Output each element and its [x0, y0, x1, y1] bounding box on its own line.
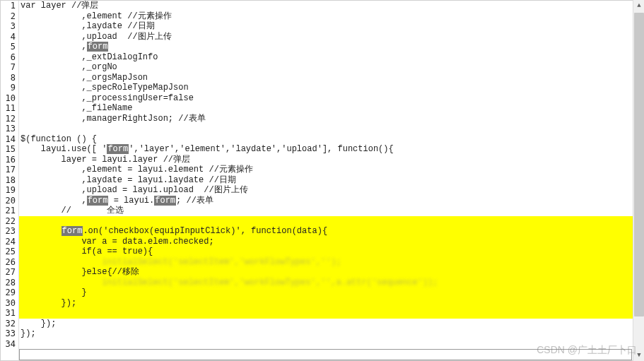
code-line[interactable]: initialSelect('selectItem','workFlowType…: [19, 278, 643, 288]
code-text: // 全选: [21, 206, 124, 215]
code-text: ,upload //图片上传: [21, 32, 172, 42]
code-text: initialSelect('selectItem','workFlowType…: [102, 278, 438, 288]
line-number: 18: [1, 175, 16, 186]
line-number: 16: [1, 155, 16, 165]
line-number: 13: [1, 124, 16, 134]
search-match: form: [87, 42, 109, 52]
line-number: 10: [1, 93, 16, 104]
code-line[interactable]: });: [19, 298, 643, 309]
line-number: 21: [1, 206, 16, 216]
code-line[interactable]: ,_fileName: [19, 103, 643, 114]
code-line[interactable]: $(function () {: [19, 134, 643, 145]
line-gutter: 1234567891011121314151617181920212223242…: [1, 1, 19, 360]
code-text: initialSelect('selectItem','workFlowType…: [102, 257, 341, 267]
code-text: layer = layui.layer //弹层: [21, 155, 190, 165]
code-text: ,laydate //日期: [21, 21, 155, 31]
code-text: ,_orgsMapJson: [21, 73, 148, 83]
code-line[interactable]: ,_orgsMapJson: [19, 73, 643, 83]
line-number: 20: [1, 196, 16, 206]
code-text: .on('checkbox(equipInputClick)', functio…: [83, 226, 327, 236]
code-line[interactable]: ,upload //图片上传: [19, 32, 643, 42]
code-line[interactable]: ,_orgNo: [19, 62, 643, 73]
code-line[interactable]: ,form: [19, 42, 643, 52]
code-area[interactable]: var layer //弹层 ,element //元素操作 ,laydate …: [19, 1, 643, 360]
line-number: 7: [1, 62, 16, 73]
code-line[interactable]: var a = data.elem.checked;: [19, 237, 643, 247]
code-line[interactable]: ,form = layui.form; //表单: [19, 196, 643, 206]
code-text: var a = data.elem.checked;: [21, 237, 214, 247]
code-line[interactable]: [19, 308, 643, 319]
line-number: 9: [1, 83, 16, 93]
code-line[interactable]: ,laydate //日期: [19, 21, 643, 32]
code-line[interactable]: if(a == true){: [19, 247, 643, 257]
code-text: ,_processingUser=false: [21, 93, 194, 103]
search-match: form: [154, 196, 176, 206]
line-number: 26: [1, 257, 16, 268]
vertical-scrollbar[interactable]: ▲ ▼: [633, 0, 644, 361]
code-line[interactable]: // 全选: [19, 206, 643, 216]
line-number: 32: [1, 319, 16, 329]
code-text: });: [21, 329, 36, 338]
code-line[interactable]: [19, 124, 643, 134]
code-line[interactable]: ,_specRoleTypeMapJson: [19, 83, 643, 93]
code-editor[interactable]: 1234567891011121314151617181920212223242…: [0, 0, 644, 361]
code-line[interactable]: ,element = layui.element //元素操作: [19, 165, 643, 175]
code-text: [21, 226, 62, 236]
line-number: 30: [1, 298, 16, 309]
scroll-down-arrow[interactable]: ▼: [633, 350, 644, 361]
line-number: 17: [1, 165, 16, 175]
code-line[interactable]: }else{//移除: [19, 267, 643, 278]
line-number: 6: [1, 52, 16, 63]
code-text: }else{//移除: [21, 267, 139, 277]
code-text: ,element //元素操作: [21, 11, 172, 21]
code-line[interactable]: }: [19, 288, 643, 298]
code-line[interactable]: ,laydate = layui.laydate //日期: [19, 175, 643, 186]
code-text: if(a == true){: [21, 247, 153, 256]
code-line[interactable]: var layer //弹层: [19, 1, 643, 11]
line-number: 5: [1, 42, 16, 52]
code-text: });: [21, 298, 76, 308]
line-number: 12: [1, 114, 16, 124]
code-text: layui.use([ ': [21, 144, 107, 154]
line-number: 15: [1, 144, 16, 155]
line-number: 4: [1, 32, 16, 42]
code-line[interactable]: initialSelect('selectItem','workFlowType…: [19, 257, 643, 268]
code-line[interactable]: ,_processingUser=false: [19, 93, 643, 104]
line-number: 1: [1, 1, 16, 11]
line-number: 31: [1, 308, 16, 319]
line-number: 3: [1, 21, 16, 32]
code-line[interactable]: ,element //元素操作: [19, 11, 643, 22]
code-line[interactable]: [19, 339, 643, 350]
line-number: 22: [1, 216, 16, 227]
scroll-thumb[interactable]: [634, 13, 644, 316]
code-text: $(function () {: [21, 134, 97, 144]
code-line[interactable]: });: [19, 319, 643, 329]
code-line[interactable]: ,managerRightJson; //表单: [19, 114, 643, 124]
search-match: form: [62, 226, 83, 236]
code-text: ,managerRightJson; //表单: [21, 114, 206, 124]
code-line[interactable]: layer = layui.layer //弹层: [19, 155, 643, 165]
line-number: 2: [1, 11, 16, 22]
line-number: 34: [1, 339, 16, 350]
code-line[interactable]: form.on('checkbox(equipInputClick)', fun…: [19, 226, 643, 237]
code-line[interactable]: });: [19, 329, 643, 339]
code-line[interactable]: layui.use([ 'form','layer','element','la…: [19, 144, 643, 155]
code-text: }: [21, 288, 87, 297]
code-text: ','layer','element','laydate','upload'],…: [129, 144, 393, 154]
line-number: 24: [1, 237, 16, 247]
code-text: [21, 278, 102, 288]
code-line[interactable]: ,upload = layui.upload //图片上传: [19, 185, 643, 196]
code-text: [21, 257, 102, 267]
code-line[interactable]: [19, 216, 643, 227]
scroll-up-arrow[interactable]: ▲: [633, 0, 644, 11]
code-text: ; //表单: [176, 196, 213, 206]
code-text: ,element = layui.element //元素操作: [21, 165, 253, 174]
command-input[interactable]: [19, 349, 632, 360]
code-text: = layui.: [108, 196, 154, 206]
line-number: 8: [1, 73, 16, 83]
line-number: 29: [1, 288, 16, 298]
code-line[interactable]: ,_extDialogInfo: [19, 52, 643, 63]
line-number: 14: [1, 134, 16, 145]
code-text: var layer //弹层: [21, 1, 98, 11]
code-text: ,_fileName: [21, 103, 132, 113]
